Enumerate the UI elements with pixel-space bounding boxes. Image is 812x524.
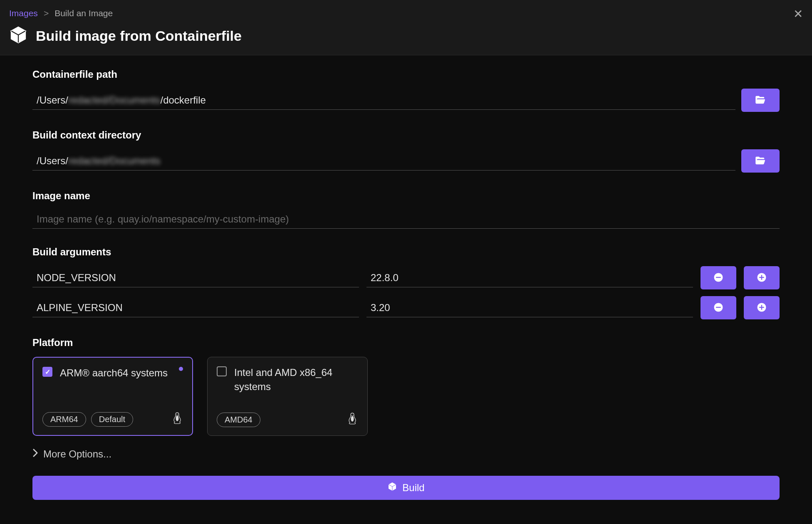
linux-icon	[171, 412, 183, 427]
platform-tag: AMD64	[217, 413, 260, 427]
plus-circle-icon	[756, 302, 767, 314]
field-containerfile-path: Containerfile path /Users/redacted/Docum…	[32, 69, 780, 112]
selected-indicator-dot	[179, 367, 183, 371]
folder-open-icon	[755, 94, 766, 107]
field-build-arguments: Build arguments	[32, 246, 780, 319]
more-options-toggle[interactable]: More Options...	[32, 448, 780, 460]
svg-point-10	[176, 415, 179, 421]
page-header: Images > Build an Image ✕ Build image fr…	[0, 0, 812, 55]
build-arg-row	[32, 296, 780, 319]
minus-circle-icon	[713, 302, 724, 314]
platform-card-arm64[interactable]: ARM® aarch64 systems ARM64 Default	[32, 357, 193, 436]
build-arguments-label: Build arguments	[32, 246, 780, 258]
breadcrumb-current: Build an Image	[54, 8, 113, 18]
breadcrumb-images-link[interactable]: Images	[9, 8, 38, 18]
build-button-label: Build	[402, 482, 424, 494]
path-prefix: /Users/	[37, 94, 68, 106]
breadcrumb: Images > Build an Image	[9, 8, 803, 18]
svg-point-14	[351, 415, 352, 416]
containerfile-path-input[interactable]: /Users/redacted/Documents/dockerfile	[32, 91, 735, 110]
breadcrumb-separator: >	[44, 8, 49, 18]
field-image-name: Image name	[32, 190, 780, 229]
field-platform: Platform ARM® aarch64 systems ARM64 Defa…	[32, 337, 780, 460]
form-content: Containerfile path /Users/redacted/Docum…	[0, 55, 812, 508]
platform-tag: Default	[91, 412, 133, 427]
containerfile-path-label: Containerfile path	[32, 69, 780, 80]
remove-arg-button[interactable]	[701, 266, 736, 289]
path-redacted: redacted/Documents	[68, 155, 160, 166]
cube-icon	[9, 26, 27, 46]
build-arg-value-input[interactable]	[366, 299, 693, 317]
field-build-context: Build context directory /Users/redacted/…	[32, 129, 780, 173]
platform-card-amd64[interactable]: Intel and AMD x86_64 systems AMD64	[207, 357, 368, 436]
linux-icon	[347, 412, 358, 427]
build-button[interactable]: Build	[32, 476, 780, 500]
platform-tag: ARM64	[42, 412, 86, 427]
build-arg-key-input[interactable]	[32, 269, 359, 287]
image-name-input[interactable]	[32, 210, 780, 229]
cube-icon	[387, 482, 397, 494]
svg-point-12	[178, 415, 178, 415]
platform-card-label: Intel and AMD x86_64 systems	[234, 366, 358, 393]
page-title: Build image from Containerfile	[36, 28, 242, 44]
svg-rect-9	[761, 305, 762, 310]
path-prefix: /Users/	[37, 155, 68, 166]
build-context-label: Build context directory	[32, 129, 780, 141]
title-row: Build image from Containerfile	[9, 26, 803, 46]
svg-point-15	[353, 415, 354, 416]
path-redacted: redacted/Documents	[68, 94, 160, 106]
browse-containerfile-button[interactable]	[741, 89, 780, 112]
browse-context-button[interactable]	[741, 149, 780, 173]
build-arg-value-input[interactable]	[366, 269, 693, 287]
svg-rect-1	[716, 277, 721, 277]
svg-point-11	[176, 415, 177, 415]
build-context-input[interactable]: /Users/redacted/Documents	[32, 152, 735, 171]
add-arg-button[interactable]	[744, 296, 780, 319]
platform-card-label: ARM® aarch64 systems	[60, 366, 168, 380]
platform-checkbox[interactable]	[42, 367, 52, 377]
svg-rect-4	[761, 275, 762, 280]
more-options-label: More Options...	[43, 448, 111, 460]
platform-label: Platform	[32, 337, 780, 349]
minus-circle-icon	[713, 272, 724, 284]
build-arg-row	[32, 266, 780, 289]
close-icon: ✕	[793, 7, 803, 20]
svg-rect-6	[716, 306, 721, 307]
path-suffix: /dockerfile	[160, 94, 205, 106]
platform-checkbox[interactable]	[217, 366, 227, 376]
image-name-label: Image name	[32, 190, 780, 202]
plus-circle-icon	[756, 272, 767, 284]
remove-arg-button[interactable]	[701, 296, 736, 319]
svg-point-13	[351, 416, 354, 422]
folder-open-icon	[755, 155, 766, 168]
chevron-right-icon	[32, 448, 38, 460]
add-arg-button[interactable]	[744, 266, 780, 289]
build-arg-key-input[interactable]	[32, 299, 359, 317]
close-button[interactable]: ✕	[793, 8, 803, 20]
